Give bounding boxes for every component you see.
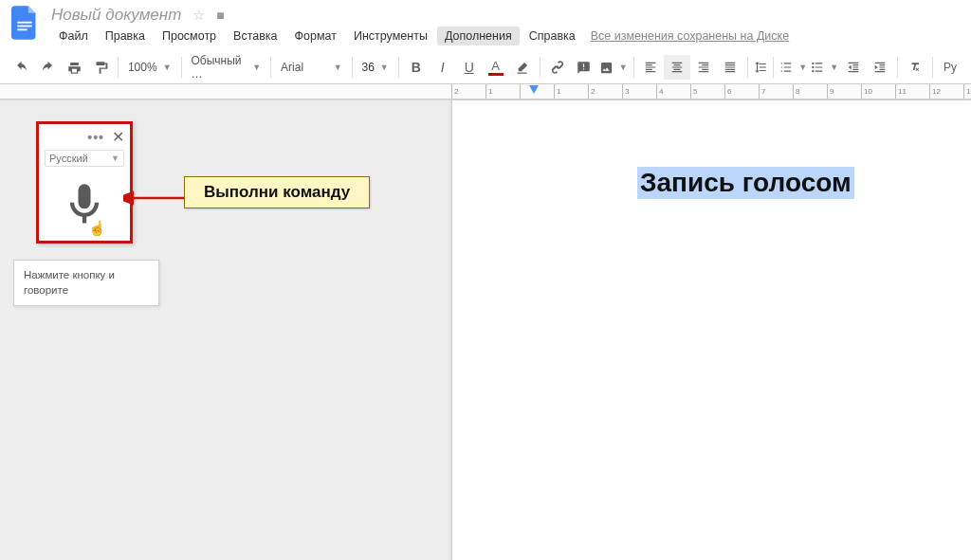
svg-rect-0 (17, 22, 31, 24)
menu-file[interactable]: Файл (51, 27, 96, 45)
menu-edit[interactable]: Правка (98, 27, 153, 45)
ruler-tick: 2 (451, 84, 458, 99)
save-status[interactable]: Все изменения сохранены на Диске (591, 29, 789, 43)
close-icon[interactable]: ✕ (112, 128, 124, 146)
undo-button[interactable] (8, 55, 34, 80)
svg-point-4 (812, 66, 814, 68)
font-size-dropdown[interactable]: 36▼ (357, 55, 394, 80)
menu-format[interactable]: Формат (287, 27, 344, 45)
insert-link-button[interactable] (544, 55, 571, 80)
spellcheck-mode[interactable]: Ру (937, 55, 963, 80)
microphone-icon (60, 180, 109, 229)
zoom-value: 100% (128, 61, 157, 74)
ruler[interactable]: 21123456789101112131 (0, 84, 971, 99)
menu-view[interactable]: Просмотр (155, 27, 224, 45)
align-right-button[interactable] (690, 55, 717, 80)
menu-help[interactable]: Справка (522, 27, 583, 45)
ruler-tick: 5 (690, 84, 697, 99)
ruler-tick: 9 (827, 84, 834, 99)
voice-language-value: Русский (49, 153, 88, 164)
zoom-dropdown[interactable]: 100%▼ (122, 55, 177, 80)
paragraph-style-value: Обычный … (191, 54, 247, 81)
chevron-down-icon: ▼ (252, 63, 261, 72)
page-selected-text[interactable]: Запись голосом (637, 167, 854, 199)
svg-rect-2 (17, 28, 27, 30)
ruler-tick: 11 (895, 84, 907, 99)
chevron-down-icon: ▼ (619, 63, 628, 72)
increase-indent-button[interactable] (867, 55, 893, 80)
underline-button[interactable]: U (456, 55, 483, 80)
font-value: Arial (281, 61, 303, 74)
align-center-button[interactable] (664, 55, 690, 80)
line-spacing-button[interactable] (752, 55, 769, 80)
chevron-down-icon: ▼ (830, 63, 838, 72)
folder-icon[interactable]: ■ (216, 8, 224, 23)
toolbar: 100%▼ Обычный …▼ Arial▼ 36▼ B I U A ▼ ▼ … (0, 51, 971, 84)
decrease-indent-button[interactable] (840, 55, 867, 80)
voice-language-dropdown[interactable]: Русский ▼ (45, 150, 124, 167)
ruler-indent-marker[interactable] (529, 85, 539, 94)
ruler-tick: 3 (622, 84, 629, 99)
align-left-button[interactable] (637, 55, 664, 80)
chevron-down-icon: ▼ (163, 63, 172, 72)
paragraph-style-dropdown[interactable]: Обычный …▼ (185, 55, 266, 80)
clear-formatting-button[interactable] (902, 55, 928, 80)
svg-point-3 (812, 63, 814, 64)
numbered-list-button[interactable]: ▼ (778, 55, 809, 80)
italic-button[interactable]: I (430, 55, 456, 80)
ruler-tick (520, 84, 522, 99)
menu-addons[interactable]: Дополнения (437, 27, 520, 45)
insert-comment-button[interactable] (571, 55, 597, 80)
ruler-tick: 1 (486, 84, 492, 99)
chevron-down-icon: ▼ (334, 63, 342, 72)
ruler-tick: 13 (963, 84, 971, 99)
redo-button[interactable] (34, 55, 61, 80)
document-title[interactable]: Новый документ (51, 6, 181, 25)
ruler-tick: 7 (759, 84, 765, 99)
font-size-value: 36 (362, 61, 375, 74)
svg-point-5 (812, 70, 814, 72)
ruler-tick: 12 (929, 84, 941, 99)
voice-tooltip: Нажмите кнопку и говорите (13, 260, 159, 306)
menu-tools[interactable]: Инструменты (346, 27, 435, 45)
ruler-tick: 8 (793, 84, 799, 99)
insert-image-button[interactable]: ▼ (597, 55, 630, 80)
document-page[interactable]: Запись голосом (451, 100, 971, 560)
microphone-button[interactable]: ☝ (39, 172, 130, 241)
bulleted-list-button[interactable]: ▼ (809, 55, 840, 80)
font-dropdown[interactable]: Arial▼ (275, 55, 347, 80)
docs-logo[interactable] (8, 6, 42, 40)
voice-typing-panel[interactable]: ••• ✕ Русский ▼ ☝ (36, 121, 133, 244)
more-options-icon[interactable]: ••• (87, 130, 104, 145)
ruler-tick: 10 (861, 84, 872, 99)
highlight-button[interactable] (509, 55, 536, 80)
ruler-tick: 4 (656, 84, 663, 99)
annotation-callout: Выполни команду (184, 176, 370, 208)
chevron-down-icon: ▼ (111, 154, 119, 163)
ruler-tick: 1 (554, 84, 560, 99)
text-color-button[interactable]: A (483, 55, 509, 80)
bold-button[interactable]: B (403, 55, 430, 80)
align-justify-button[interactable] (717, 55, 743, 80)
star-icon[interactable]: ☆ (192, 7, 205, 24)
ruler-tick: 6 (724, 84, 731, 99)
svg-rect-1 (17, 26, 31, 27)
menu-insert[interactable]: Вставка (226, 27, 284, 45)
print-button[interactable] (61, 55, 87, 80)
chevron-down-icon: ▼ (798, 63, 807, 72)
ruler-tick: 2 (588, 84, 595, 99)
paint-format-button[interactable] (87, 55, 114, 80)
chevron-down-icon: ▼ (380, 63, 389, 72)
